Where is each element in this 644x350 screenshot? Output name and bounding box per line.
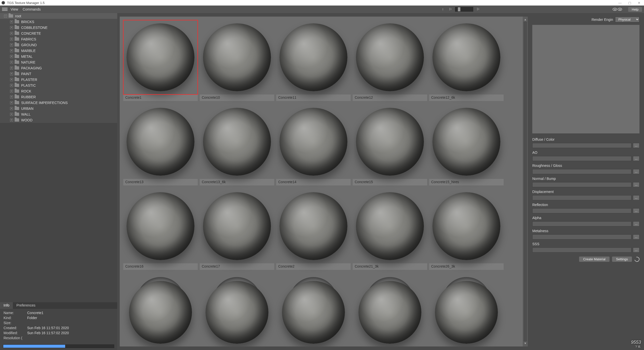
texture-item[interactable]: Concrete14 [276, 105, 351, 185]
expand-icon[interactable]: + [10, 90, 13, 93]
expand-icon[interactable]: + [10, 67, 13, 70]
tree-item-wall[interactable]: +WALL [0, 111, 117, 117]
texture-item[interactable] [123, 273, 198, 331]
tree-item-packaging[interactable]: +PACKAGING [0, 65, 117, 71]
texture-item[interactable]: Concrete12 [353, 20, 427, 101]
texture-thumbnail[interactable] [276, 20, 351, 94]
close-button[interactable]: ✕ [638, 1, 640, 5]
texture-item[interactable] [276, 273, 351, 331]
texture-thumbnail[interactable] [353, 189, 427, 263]
texture-item[interactable]: Concrete12_6k [429, 20, 504, 101]
channel-browse-button[interactable]: ... [633, 208, 639, 213]
texture-item[interactable]: Concrete10 [200, 20, 274, 101]
channel-path-field[interactable] [532, 208, 631, 213]
tree-item-wood[interactable]: +WOOD [0, 117, 117, 123]
tab-info[interactable]: Info [0, 302, 13, 309]
arrow-up-icon[interactable]: ↑ [440, 7, 446, 12]
texture-item[interactable]: Concrete15_hires [429, 105, 504, 185]
texture-thumbnail[interactable] [353, 273, 427, 331]
expand-icon[interactable]: + [10, 95, 13, 98]
expand-icon[interactable]: + [10, 78, 13, 81]
channel-browse-button[interactable]: ... [633, 182, 639, 187]
tree-item-metal[interactable]: +METAL [0, 54, 117, 59]
tree-item-plastic[interactable]: +PLASTIC [0, 82, 117, 88]
channel-path-field[interactable] [532, 156, 631, 161]
tree-item-fabrics[interactable]: +FABRICS [0, 36, 117, 42]
tree-item-surface-imperfections[interactable]: +SURFACE IMPERFECTIONS [0, 100, 117, 106]
channel-browse-button[interactable]: ... [633, 156, 639, 161]
texture-item[interactable]: Concrete13 [123, 105, 198, 185]
tree-item-rock[interactable]: +ROCK [0, 88, 117, 94]
tree-item-bricks[interactable]: +BRICKS [0, 19, 117, 25]
expand-icon[interactable]: + [10, 26, 13, 29]
expand-icon[interactable]: + [10, 43, 13, 46]
expand-icon[interactable]: + [10, 55, 13, 58]
expand-icon[interactable]: + [10, 49, 13, 52]
expand-icon[interactable]: + [10, 20, 13, 23]
expand-icon[interactable]: + [10, 107, 13, 110]
texture-thumbnail[interactable] [200, 189, 274, 263]
texture-item[interactable]: Concrete21_3k [353, 189, 427, 270]
texture-item[interactable]: Concrete1 [123, 20, 198, 101]
texture-item[interactable] [353, 273, 427, 331]
expand-icon[interactable]: + [10, 84, 13, 87]
texture-thumbnail[interactable] [429, 273, 504, 331]
thumbnail-size-slider[interactable] [455, 7, 473, 12]
texture-thumbnail[interactable] [123, 105, 198, 179]
channel-path-field[interactable] [532, 169, 631, 174]
texture-thumbnail[interactable] [353, 20, 427, 94]
expand-icon[interactable]: + [10, 119, 13, 122]
texture-thumbnail[interactable] [123, 273, 198, 331]
texture-item[interactable]: Concrete11 [276, 20, 351, 101]
render-engine-select[interactable]: Physical [615, 17, 639, 22]
texture-item[interactable] [429, 273, 504, 331]
channel-browse-button[interactable]: ... [633, 195, 639, 200]
texture-thumbnail[interactable] [200, 105, 274, 179]
channel-path-field[interactable] [532, 247, 631, 253]
channel-browse-button[interactable]: ... [633, 143, 639, 148]
texture-thumbnail[interactable] [276, 105, 351, 179]
expand-icon[interactable]: + [10, 32, 13, 35]
channel-path-field[interactable] [532, 182, 631, 187]
texture-thumbnail[interactable] [429, 105, 504, 179]
texture-item[interactable]: Concrete26_3k [429, 189, 504, 270]
texture-thumbnail[interactable] [123, 20, 198, 94]
tree-item-ground[interactable]: +GROUND [0, 42, 117, 48]
texture-thumbnail[interactable] [429, 189, 504, 263]
texture-item[interactable]: Concrete16 [123, 189, 198, 270]
channel-path-field[interactable] [532, 221, 631, 226]
settings-button[interactable]: Settings [612, 257, 632, 262]
texture-thumbnail[interactable] [429, 20, 504, 94]
texture-thumbnail[interactable] [353, 105, 427, 179]
menu-view[interactable]: View [11, 7, 18, 11]
texture-thumbnail[interactable] [276, 273, 351, 331]
tree-item-marble[interactable]: +MARBLE [0, 48, 117, 54]
channel-path-field[interactable] [532, 234, 631, 239]
channel-path-field[interactable] [532, 143, 631, 148]
collapse-icon[interactable]: − [4, 15, 7, 18]
expand-icon[interactable]: + [10, 72, 13, 75]
maximize-button[interactable]: ▢ [628, 1, 631, 5]
scroll-down-icon[interactable]: ▾ [525, 341, 526, 345]
texture-thumbnail[interactable] [200, 20, 274, 94]
tree-item-nature[interactable]: +NATURE [0, 59, 117, 65]
texture-item[interactable]: Concrete15 [353, 105, 427, 185]
menu-commands[interactable]: Commands [23, 7, 41, 11]
tree-item-cobblestone[interactable]: +COBBLESTONE [0, 25, 117, 30]
preview-eyes-toggle[interactable] [613, 8, 622, 11]
channel-browse-button[interactable]: ... [633, 221, 639, 226]
scroll-up-icon[interactable]: ▴ [525, 18, 526, 22]
expand-icon[interactable]: + [10, 61, 13, 64]
minimize-button[interactable]: — [618, 1, 622, 5]
expand-icon[interactable]: + [10, 113, 13, 116]
tab-preferences[interactable]: Preferences [13, 302, 39, 309]
create-material-button[interactable]: Create Material [579, 257, 610, 262]
tree-item-urban[interactable]: +URBAN [0, 106, 117, 111]
expand-icon[interactable]: + [10, 101, 13, 104]
flag-right-icon[interactable]: ⚐ [475, 7, 481, 12]
channel-path-field[interactable] [532, 195, 631, 200]
texture-thumbnail[interactable] [276, 189, 351, 263]
texture-item[interactable]: Concrete13_6k [200, 105, 274, 185]
texture-item[interactable]: Concrete2 [276, 189, 351, 270]
tree-item-plaster[interactable]: +PLASTER [0, 77, 117, 82]
